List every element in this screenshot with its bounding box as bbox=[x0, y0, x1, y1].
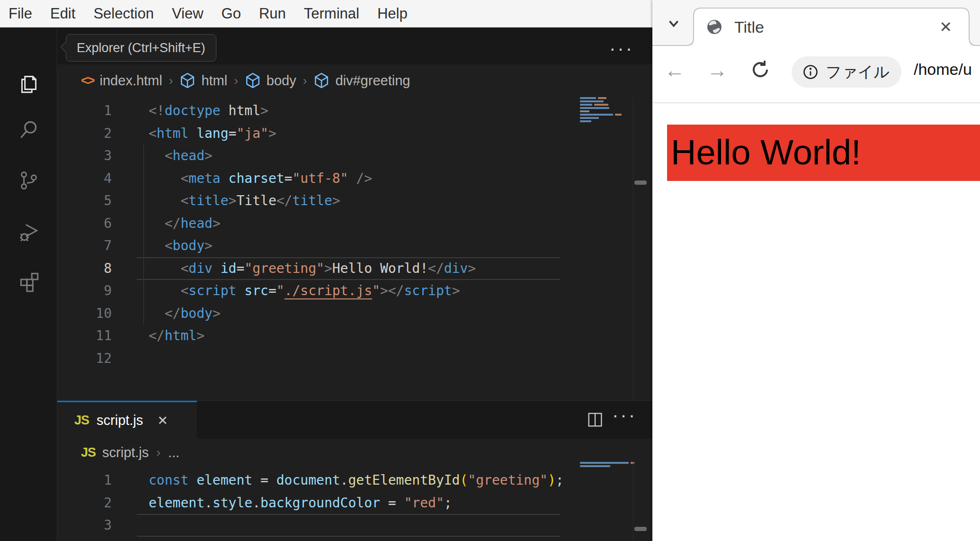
panel-more-actions-icon[interactable]: ··· bbox=[612, 405, 637, 426]
line-number: 3 bbox=[71, 144, 112, 167]
info-icon bbox=[802, 63, 819, 81]
javascript-icon: JS bbox=[81, 445, 96, 460]
line-number: 4 bbox=[71, 167, 112, 190]
tab-script-js[interactable]: JS script.js ✕ bbox=[57, 401, 197, 439]
editor-more-actions-icon[interactable]: ··· bbox=[609, 38, 634, 59]
scrollbar[interactable] bbox=[633, 97, 648, 400]
line-number: 5 bbox=[71, 189, 112, 212]
forward-icon[interactable]: → bbox=[706, 59, 728, 81]
line-number: 1 bbox=[71, 99, 112, 122]
code-line-text: <!doctype html> bbox=[149, 99, 268, 122]
code-line[interactable]: 12 bbox=[71, 347, 560, 370]
activity-bar bbox=[0, 27, 57, 541]
panel-scrollbar[interactable] bbox=[633, 462, 648, 541]
menu-bar: FileEditSelectionViewGoRunTerminalHelp bbox=[0, 0, 652, 27]
menu-item-edit[interactable]: Edit bbox=[50, 5, 75, 22]
menu-item-view[interactable]: View bbox=[172, 5, 204, 22]
browser-page: Hello World! bbox=[652, 103, 980, 541]
line-number: 2 bbox=[71, 492, 112, 514]
code-line-text: element.style.backgroundColor = "red"; bbox=[149, 492, 452, 514]
breadcrumb-item[interactable]: body bbox=[267, 73, 296, 89]
code-line[interactable]: 2element.style.backgroundColor = "red"; bbox=[71, 492, 560, 514]
browser-toolbar: ← → ファイル /home/u bbox=[652, 46, 980, 103]
line-number: 3 bbox=[71, 514, 112, 537]
line-number: 6 bbox=[71, 212, 112, 235]
breadcrumb-separator: › bbox=[233, 73, 239, 88]
menu-item-run[interactable]: Run bbox=[259, 5, 286, 22]
panel-minimap[interactable] bbox=[580, 462, 634, 469]
search-icon[interactable] bbox=[17, 118, 41, 142]
extensions-icon[interactable] bbox=[17, 270, 41, 293]
code-line-text: </html> bbox=[149, 325, 205, 347]
explorer-files-icon[interactable] bbox=[17, 72, 41, 95]
breadcrumb-item[interactable]: ... bbox=[168, 445, 179, 460]
code-line-text: <script src="./script.js"></script> bbox=[149, 280, 460, 302]
site-info-chip[interactable]: ファイル bbox=[792, 56, 901, 88]
close-icon[interactable]: ✕ bbox=[157, 413, 168, 428]
line-number: 10 bbox=[71, 302, 112, 325]
symbol-cube-icon bbox=[179, 72, 196, 89]
greeting-element: Hello World! bbox=[667, 125, 980, 181]
code-line[interactable]: 11</html> bbox=[71, 325, 560, 347]
code-line-text: <body> bbox=[149, 234, 213, 257]
tab-close-icon[interactable]: ✕ bbox=[939, 18, 952, 36]
breadcrumb-item[interactable]: script.js bbox=[102, 445, 149, 460]
code-line[interactable]: 8 <div id="greeting">Hello World!</div> bbox=[71, 257, 560, 280]
code-line-text: <title>Title</title> bbox=[149, 189, 340, 212]
line-number: 11 bbox=[71, 325, 112, 347]
code-line-text: </head> bbox=[149, 212, 221, 235]
code-line-text: const element = document.getElementById(… bbox=[149, 469, 564, 492]
panel-scrollbar-thumb[interactable] bbox=[634, 527, 647, 531]
code-line[interactable]: 5 <title>Title</title> bbox=[71, 189, 560, 212]
menu-item-selection[interactable]: Selection bbox=[93, 5, 154, 22]
back-icon[interactable]: ← bbox=[664, 59, 686, 81]
code-line-text: </body> bbox=[149, 302, 221, 325]
indent-guide bbox=[143, 144, 144, 325]
globe-icon bbox=[706, 18, 723, 36]
menu-item-terminal[interactable]: Terminal bbox=[304, 5, 359, 22]
code-line[interactable]: 2<html lang="ja"> bbox=[71, 122, 560, 145]
code-line[interactable]: 6 </head> bbox=[71, 212, 560, 235]
symbol-cube-icon bbox=[245, 72, 261, 89]
url-text[interactable]: /home/u bbox=[914, 60, 972, 79]
code-line[interactable]: 7 <body> bbox=[71, 234, 560, 257]
run-debug-icon[interactable] bbox=[17, 221, 41, 244]
code-line[interactable]: 1const element = document.getElementById… bbox=[71, 469, 560, 492]
browser-tab-title: Title bbox=[734, 18, 764, 36]
code-line[interactable]: 3 <head> bbox=[71, 144, 560, 167]
line-number: 1 bbox=[71, 469, 112, 492]
minimap[interactable] bbox=[580, 97, 625, 124]
breadcrumb-item[interactable]: index.html bbox=[100, 73, 162, 89]
scrollbar-thumb[interactable] bbox=[634, 180, 647, 185]
code-line-text: <html lang="ja"> bbox=[149, 122, 276, 145]
menu-item-file[interactable]: File bbox=[9, 5, 32, 22]
line-number: 12 bbox=[71, 347, 112, 370]
browser-tab-bar: Title ✕ bbox=[652, 0, 980, 46]
menu-item-go[interactable]: Go bbox=[222, 5, 241, 22]
browser-window: Title ✕ ← → ファイル bbox=[652, 0, 980, 541]
browser-tab[interactable]: Title ✕ bbox=[694, 8, 969, 46]
breadcrumb: <>index.html›html›body›div#greeting bbox=[57, 64, 652, 97]
line-number: 9 bbox=[71, 280, 112, 302]
code-line[interactable]: 3 bbox=[71, 514, 560, 537]
tab-label: script.js bbox=[97, 413, 143, 428]
code-line[interactable]: 1<!doctype html> bbox=[71, 99, 560, 122]
code-line-text: <div id="greeting">Hello World!</div> bbox=[149, 257, 476, 280]
breadcrumb-item[interactable]: div#greeting bbox=[335, 73, 410, 89]
code-line[interactable]: 9 <script src="./script.js"></script> bbox=[71, 280, 560, 302]
screen: FileEditSelectionViewGoRunTerminalHelp bbox=[0, 0, 980, 541]
symbol-cube-icon bbox=[313, 72, 330, 89]
code-line-text: <meta charset="utf-8" /> bbox=[149, 167, 372, 190]
breadcrumb-separator: › bbox=[168, 73, 174, 88]
chevron-down-icon[interactable] bbox=[666, 15, 682, 31]
editor-area: ··· <>index.html›html›body›div#greeting … bbox=[57, 27, 652, 541]
source-control-icon[interactable] bbox=[17, 169, 41, 192]
breadcrumb-item[interactable]: html bbox=[201, 73, 227, 89]
code-line[interactable]: 10 </body> bbox=[71, 302, 560, 325]
breadcrumb-separator: › bbox=[155, 445, 161, 460]
reload-icon[interactable] bbox=[749, 58, 772, 81]
javascript-icon: JS bbox=[74, 413, 89, 428]
menu-item-help[interactable]: Help bbox=[377, 5, 408, 22]
code-line[interactable]: 4 <meta charset="utf-8" /> bbox=[71, 167, 560, 190]
split-editor-icon[interactable] bbox=[586, 410, 605, 429]
